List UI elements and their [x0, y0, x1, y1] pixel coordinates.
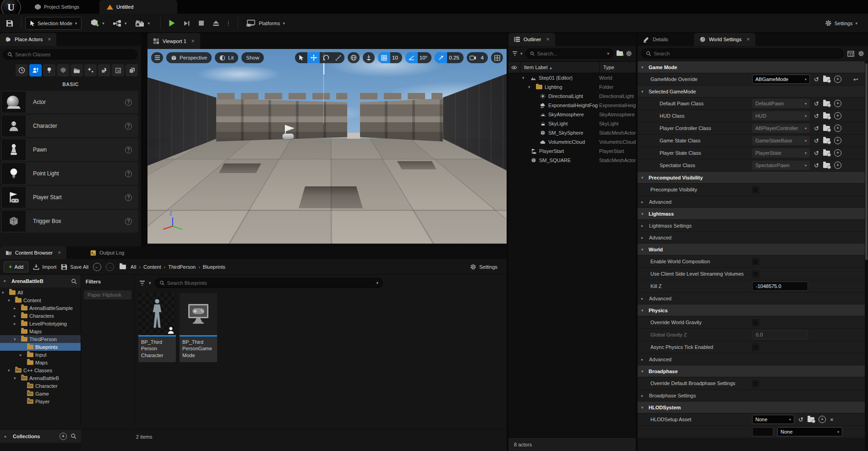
tree-item-characters[interactable]: ▸Characters	[0, 312, 81, 320]
add-new-icon[interactable]: +	[834, 137, 841, 144]
chevron-down-icon[interactable]: ▾	[607, 51, 609, 56]
save-button[interactable]	[2, 17, 17, 30]
client-side-streaming-checkbox[interactable]	[752, 271, 759, 277]
close-icon[interactable]: ×	[747, 36, 750, 43]
place-actor-item-trigger-box[interactable]: Trigger Box ?	[1, 210, 138, 233]
category-physics[interactable]: ▾Physics	[638, 304, 865, 316]
rotation-snap-toggle[interactable]	[405, 52, 418, 63]
category-cinematic-button[interactable]	[71, 64, 83, 76]
lit-dropdown[interactable]: Lit	[215, 52, 238, 63]
category-broadphase[interactable]: ▾Broadphase	[638, 365, 865, 377]
tab-outliner[interactable]: Outliner ×	[508, 33, 555, 46]
game-state-dropdown[interactable]: GameStateBase▾	[752, 136, 810, 145]
browse-to-asset-icon[interactable]	[823, 138, 830, 143]
default-pawn-dropdown[interactable]: DefaultPawn▾	[752, 99, 810, 108]
category-shapes-button[interactable]	[57, 64, 69, 76]
scale-snap-value[interactable]: 0.25	[447, 55, 463, 60]
tab-untitled[interactable]: Untitled	[99, 0, 177, 14]
place-actor-item-pawn[interactable]: Pawn ?	[1, 138, 138, 161]
search-blueprints-input[interactable]	[167, 280, 374, 286]
tab-world-settings[interactable]: World Settings ×	[694, 33, 755, 46]
tree-item-all[interactable]: ▾All	[0, 288, 81, 296]
grid-snap-toggle[interactable]	[378, 52, 390, 63]
precompute-visibility-checkbox[interactable]	[752, 186, 759, 193]
browse-to-asset-icon[interactable]	[808, 417, 814, 422]
override-world-gravity-checkbox[interactable]	[752, 319, 759, 326]
collections-bar[interactable]: ▸ Collections +	[0, 429, 81, 443]
sources-header[interactable]: ▾ ArenaBattleB	[0, 275, 81, 288]
place-actor-item-point-light[interactable]: Point Light ?	[1, 162, 138, 185]
breadcrumb-content[interactable]: Content	[143, 264, 161, 270]
viewport-3d-scene[interactable]: Z Perspective Lit Show	[147, 49, 507, 244]
close-icon[interactable]: ×	[191, 38, 195, 44]
add-new-icon[interactable]: +	[834, 149, 841, 157]
help-icon[interactable]: ?	[125, 194, 132, 201]
tab-viewport-1[interactable]: Viewport 1 ×	[147, 33, 200, 49]
tree-item-input[interactable]: ▸Input	[0, 351, 81, 359]
tree-item-player-cpp[interactable]: ▸Player	[0, 397, 81, 405]
breadcrumb-all[interactable]: All	[131, 264, 136, 270]
save-all-button[interactable]: Save All	[61, 264, 88, 270]
player-start-gizmo[interactable]	[281, 124, 300, 142]
tree-item-maps[interactable]: ▸Maps	[0, 327, 81, 335]
scrollbar-thumb[interactable]	[865, 63, 868, 260]
chevron-down-icon[interactable]: ▾	[520, 51, 523, 56]
tree-item-arenabattlesample[interactable]: ▸ArenaBattleSample	[0, 304, 81, 312]
outliner-row-volumetriccloud[interactable]: VolumetricCloud VolumetricCloud	[508, 137, 636, 147]
visibility-column-header[interactable]	[508, 62, 520, 73]
use-selected-icon[interactable]: ↺	[814, 76, 819, 83]
browse-to-asset-icon[interactable]	[823, 163, 830, 168]
advanced-expander[interactable]: ▸Advanced	[638, 293, 865, 304]
camera-speed-button[interactable]	[467, 52, 479, 63]
outliner-search-input[interactable]	[537, 51, 605, 56]
chevron-down-icon[interactable]: ▾	[376, 281, 378, 285]
place-actors-search[interactable]	[3, 49, 137, 60]
outliner-row-skylight[interactable]: SkyLight SkyLight	[508, 119, 636, 128]
help-icon[interactable]: ?	[125, 170, 132, 177]
category-lights-button[interactable]	[43, 64, 55, 76]
category-precomputed-visibility[interactable]: ▾Precomputed Visibility	[638, 172, 865, 184]
show-dropdown[interactable]: Show	[241, 52, 264, 63]
asset-tile-bp-thirdpersoncharacter[interactable]: BP_Third Person Character	[138, 293, 176, 362]
back-button[interactable]: ←	[93, 263, 101, 271]
category-recent-button[interactable]	[16, 64, 28, 76]
tree-item-maps2[interactable]: ▸Maps	[0, 359, 81, 366]
item-label-column-header[interactable]: Item Label ▲	[520, 65, 599, 70]
tree-item-thirdperson[interactable]: ▾ThirdPerson	[0, 335, 81, 343]
details-search[interactable]	[641, 49, 844, 59]
hlod-extra-dropdown[interactable]: None▾	[777, 427, 842, 436]
global-gravity-z-input[interactable]: 0.0	[752, 330, 808, 339]
place-actor-item-character[interactable]: Character ?	[1, 114, 138, 137]
outliner-row-lighting[interactable]: ▾ Lighting Folder	[508, 82, 636, 92]
import-button[interactable]: Import	[33, 264, 56, 270]
frame-skip-button[interactable]	[180, 17, 194, 30]
outliner-row-smsquare[interactable]: SM_SQUARE StaticMeshActor	[508, 156, 636, 165]
help-icon[interactable]: ?	[125, 99, 132, 106]
scale-tool-button[interactable]	[332, 52, 344, 63]
add-new-icon[interactable]: +	[834, 112, 841, 120]
close-icon[interactable]: ×	[48, 36, 51, 43]
override-broadphase-checkbox[interactable]	[752, 380, 759, 387]
outliner-search[interactable]: ▾	[525, 49, 614, 59]
filter-chip-paper-flipbook[interactable]: Paper Flipbook	[84, 290, 131, 299]
browse-to-asset-icon[interactable]	[823, 77, 830, 82]
outliner-row-playerstart[interactable]: PlayerStart PlayerStart	[508, 147, 636, 156]
select-tool-button[interactable]	[295, 52, 307, 63]
advanced-expander[interactable]: ▸Advanced	[638, 196, 865, 208]
browse-to-asset-icon[interactable]	[823, 101, 830, 106]
use-selected-icon[interactable]: ↺	[814, 162, 819, 169]
tree-item-content[interactable]: ▾Content	[0, 296, 81, 304]
viewport-options-menu[interactable]	[151, 52, 163, 63]
tab-output-log[interactable]: Output Log	[85, 246, 130, 259]
close-icon[interactable]: ×	[58, 250, 61, 256]
outliner-row-directionallight[interactable]: DirectionalLight DirectionalLight	[508, 92, 636, 101]
player-controller-dropdown[interactable]: ABPlayerController▾	[752, 124, 810, 133]
kill-z-input[interactable]: -1048575.0	[752, 282, 808, 291]
category-basic-button[interactable]	[29, 64, 42, 76]
advanced-expander[interactable]: ▸Advanced	[638, 353, 865, 365]
surface-snap-button[interactable]	[363, 52, 375, 63]
outliner-filter-button[interactable]	[512, 51, 518, 56]
subcategory-selected-gamemode[interactable]: ▾Selected GameMode	[638, 86, 865, 98]
type-column-header[interactable]: Type	[599, 62, 636, 73]
platforms-dropdown[interactable]: Platforms ▾	[242, 17, 289, 30]
